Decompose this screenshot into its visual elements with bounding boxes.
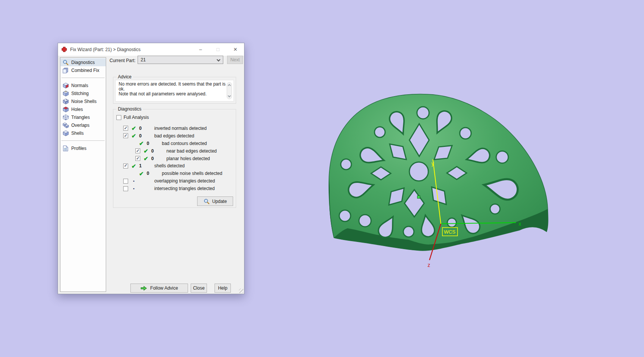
advice-text-area[interactable]: No more errors are detected. It seems th…: [115, 80, 234, 101]
close-dialog-button[interactable]: Close: [191, 284, 207, 293]
row-checkbox[interactable]: [123, 164, 128, 168]
sidebar-separator: [61, 140, 105, 141]
sidebar-item-label: Overlaps: [71, 123, 89, 128]
diagnostic-row: ✔ 0 bad contours detected: [113, 140, 236, 147]
sidebar-item-profiles[interactable]: Profiles: [60, 144, 106, 152]
sidebar: Diagnostics Combined Fix Normals Stitchi…: [60, 57, 106, 292]
help-button[interactable]: Help: [215, 284, 231, 293]
x-axis-label: x: [519, 221, 521, 227]
fix-wizard-app-icon: [61, 47, 67, 52]
sidebar-item-label: Triangles: [71, 115, 90, 120]
bullet-icon: •: [130, 179, 138, 183]
row-count: 0: [151, 148, 166, 154]
diagnostic-row: ✔ 0 planar holes detected: [113, 155, 236, 162]
sidebar-item-label: Stitching: [71, 91, 89, 96]
sidebar-item-label: Normals: [71, 83, 88, 88]
green-check-icon: ✔: [142, 156, 150, 161]
scroll-down-icon[interactable]: [228, 94, 231, 97]
fix-wizard-dialog: Fix Wizard (Part: 21) > Diagnostics – □ …: [58, 43, 244, 294]
diagnostics-rows: ✔ 0 inverted normals detected ✔ 0 bad ed…: [113, 125, 236, 192]
row-count: 0: [139, 126, 154, 131]
sidebar-item-overlaps[interactable]: Overlaps: [60, 121, 106, 129]
sidebar-item-label: Holes: [71, 107, 83, 112]
row-label: near bad edges detected: [166, 148, 217, 154]
close-button[interactable]: ✕: [227, 43, 244, 56]
row-checkbox[interactable]: [123, 133, 128, 138]
combobox-value: 21: [141, 57, 146, 62]
sidebar-item-normals[interactable]: Normals: [60, 81, 106, 89]
minimize-button[interactable]: –: [192, 43, 209, 56]
row-checkbox[interactable]: [123, 186, 128, 191]
row-checkbox[interactable]: [123, 179, 128, 184]
follow-advice-button[interactable]: Follow Advice: [130, 284, 188, 293]
sidebar-item-noise-shells[interactable]: Noise Shells: [60, 97, 106, 105]
follow-advice-label: Follow Advice: [150, 285, 178, 291]
z-axis-label: z: [428, 262, 430, 268]
sidebar-item-label: Noise Shells: [71, 99, 97, 104]
sidebar-item-label: Shells: [71, 131, 84, 136]
green-check-icon: ✔: [130, 163, 138, 169]
titlebar[interactable]: Fix Wizard (Part: 21) > Diagnostics – □ …: [58, 43, 244, 56]
green-check-icon: ✔: [142, 148, 150, 154]
resize-grip[interactable]: [239, 288, 243, 293]
update-button-label: Update: [212, 199, 227, 204]
cube-shells-icon: [62, 130, 69, 136]
window-controls: – □ ✕: [192, 43, 244, 56]
diagnostic-row: ✔ 0 inverted normals detected: [113, 125, 236, 132]
advice-line: No more errors are detected. It seems th…: [119, 82, 230, 92]
row-count: 0: [151, 156, 166, 161]
row-label: intersecting triangles detected: [154, 186, 215, 191]
scroll-up-icon[interactable]: [228, 84, 231, 87]
update-button[interactable]: Update: [197, 196, 233, 206]
magnifier-icon: [62, 59, 69, 65]
current-part-combobox[interactable]: 21: [138, 56, 223, 64]
magnifier-icon: [204, 198, 210, 204]
sidebar-item-label: Combined Fix: [71, 68, 99, 73]
cube-holes-icon: [62, 106, 69, 112]
row-checkbox[interactable]: [135, 156, 140, 161]
cube-noise-shells-icon: [62, 98, 69, 104]
current-part-label: Current Part:: [110, 58, 136, 63]
sidebar-item-shells[interactable]: Shells: [60, 129, 106, 137]
next-button[interactable]: Next: [227, 56, 243, 64]
cube-wireframe-icon: [62, 114, 69, 120]
row-checkbox[interactable]: [135, 148, 140, 153]
diagnostic-row: ✔ 0 bad edges detected: [113, 132, 236, 140]
y-axis-label: y: [431, 161, 434, 167]
row-label: bad edges detected: [154, 133, 194, 139]
row-label: bad contours detected: [162, 141, 207, 146]
green-check-icon: ✔: [130, 133, 138, 139]
sidebar-item-triangles[interactable]: Triangles: [60, 113, 106, 121]
row-count: 0: [147, 141, 162, 146]
sidebar-item-holes[interactable]: Holes: [60, 105, 106, 113]
bullet-icon: •: [130, 186, 138, 191]
row-count: 0: [139, 133, 154, 139]
green-check-icon: ✔: [138, 171, 145, 176]
sidebar-item-combined-fix[interactable]: Combined Fix: [60, 66, 106, 74]
row-label: inverted normals detected: [154, 126, 207, 131]
maximize-button[interactable]: □: [209, 43, 227, 56]
diagnostic-row: ✔ 0 possible noise shells detected: [113, 170, 236, 177]
sidebar-separator: [61, 78, 105, 78]
green-check-icon: ✔: [130, 125, 138, 131]
full-analysis-label: Full Analysis: [124, 115, 149, 120]
center-hole: [409, 162, 428, 181]
advice-group: Advice No more errors are detected. It s…: [113, 77, 236, 104]
row-label: planar holes detected: [166, 156, 210, 161]
row-checkbox[interactable]: [123, 126, 128, 131]
advice-scrollbar[interactable]: [227, 82, 232, 99]
row-count: 1: [139, 163, 154, 168]
sidebar-item-stitching[interactable]: Stitching: [60, 89, 106, 97]
advice-line: Note that not all parameters were analys…: [119, 92, 230, 97]
cube-overlaps-icon: [62, 122, 69, 128]
row-count: 0: [147, 171, 162, 176]
diagnostic-row: • intersecting triangles detected: [113, 185, 236, 192]
diagnostics-group: Diagnostics Full Analysis ✔ 0 inverted n…: [113, 109, 236, 208]
row-label: overlapping triangles detected: [154, 178, 215, 184]
full-analysis-checkbox[interactable]: [116, 115, 121, 120]
sidebar-item-label: Diagnostics: [71, 60, 95, 65]
sidebar-item-diagnostics[interactable]: Diagnostics: [60, 58, 106, 66]
cube-stitching-icon: [62, 90, 69, 97]
diagnostics-group-title: Diagnostics: [116, 106, 143, 112]
cube-normals-icon: [62, 83, 69, 89]
